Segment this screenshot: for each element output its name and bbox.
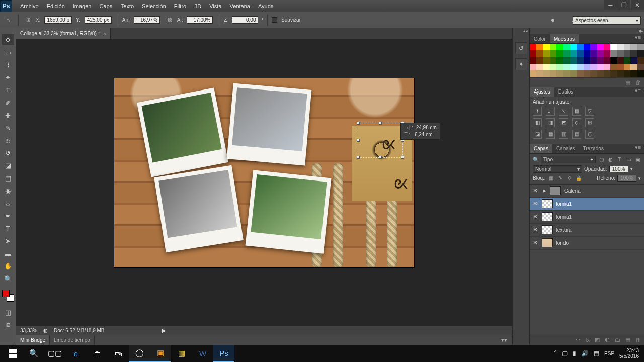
visibility-toggle[interactable]: 👁 [532, 227, 539, 233]
visibility-toggle[interactable]: 👁 [532, 240, 539, 246]
swatch[interactable] [597, 57, 604, 64]
menu-view[interactable]: Vista [205, 0, 225, 12]
swatch[interactable] [564, 70, 570, 77]
styles-tab[interactable]: Estilos [554, 87, 577, 97]
swatch[interactable] [617, 64, 624, 70]
swatch[interactable] [637, 44, 644, 50]
swatch[interactable] [637, 64, 644, 70]
filter-shape-icon[interactable]: ▭ [625, 156, 632, 163]
close-document-icon[interactable]: × [103, 31, 106, 37]
language-indicator[interactable]: ESP [604, 351, 614, 356]
selective-color-icon[interactable]: ▢ [585, 130, 594, 139]
menu-file[interactable]: Archivo [16, 0, 43, 12]
lock-all-icon[interactable]: 🔒 [575, 175, 582, 182]
restore-button[interactable]: ❐ [617, 0, 630, 10]
swatch[interactable] [617, 50, 624, 57]
swatch[interactable] [630, 50, 637, 57]
invert-adjust-icon[interactable]: ◪ [533, 130, 542, 139]
search-button[interactable]: 🔍 [23, 345, 44, 362]
swatch[interactable] [584, 70, 590, 77]
group-twirl-icon[interactable]: ▶ [542, 188, 547, 193]
link-wh-icon[interactable]: ⛓ [164, 15, 175, 26]
screen-mode-icon[interactable]: ⧈ [2, 319, 14, 330]
photo-filter-icon[interactable]: ◩ [559, 118, 568, 127]
swatch[interactable] [624, 70, 630, 77]
swatch[interactable] [577, 44, 583, 50]
foreground-color-swatch[interactable] [2, 290, 10, 297]
channel-mixer-icon[interactable]: ◇ [572, 118, 581, 127]
menu-window[interactable]: Ventana [226, 0, 254, 12]
layers-tab[interactable]: Capas [530, 144, 552, 153]
brush-tool[interactable]: ✎ [2, 122, 14, 133]
start-button[interactable] [2, 345, 23, 362]
menu-help[interactable]: Ayuda [254, 0, 278, 12]
eraser-tool[interactable]: ◪ [2, 160, 14, 171]
swatch[interactable] [590, 50, 597, 57]
lock-position-icon[interactable]: ✥ [566, 175, 573, 182]
document-tab[interactable]: Collage al 33,3% (forma1, RGB/8) * × [16, 28, 111, 39]
exposure-adjust-icon[interactable]: ▨ [572, 107, 581, 116]
swatch[interactable] [530, 64, 536, 70]
zoom-level[interactable]: 33,33% [20, 328, 37, 333]
swatch[interactable] [630, 64, 637, 70]
swatch[interactable] [577, 57, 583, 64]
y-field[interactable]: 425,00 px [85, 16, 112, 24]
swatch[interactable] [556, 50, 563, 57]
sticky-notes-taskbar-icon[interactable]: ▥ [171, 345, 192, 362]
dodge-tool[interactable]: ☼ [2, 198, 14, 209]
swatch[interactable] [536, 50, 543, 57]
crop-tool[interactable]: ⌗ [2, 84, 14, 96]
minimize-button[interactable]: ─ [604, 0, 617, 10]
swatch[interactable] [590, 57, 597, 64]
swatch[interactable] [536, 44, 543, 50]
status-menu-icon[interactable]: ◐ [43, 328, 48, 333]
task-view-button[interactable]: ▢▢ [44, 345, 65, 362]
menu-image[interactable]: Imagen [69, 0, 96, 12]
chrome-taskbar-icon[interactable]: ◯ [129, 345, 150, 362]
swatch[interactable] [610, 50, 617, 57]
swatch[interactable] [536, 70, 543, 77]
volume-icon[interactable]: 🔊 [581, 350, 589, 357]
fill-field[interactable]: 100% [617, 175, 636, 182]
swatch[interactable] [564, 50, 570, 57]
history-panel-icon[interactable]: ↺ [515, 42, 527, 54]
swatch[interactable] [550, 44, 556, 50]
blend-mode-select[interactable]: Normal▾ [533, 165, 582, 173]
vibrance-adjust-icon[interactable]: ▽ [585, 107, 594, 116]
path-selection-tool[interactable]: ➤ [2, 235, 14, 246]
swatch[interactable] [610, 64, 617, 70]
swatch[interactable] [543, 57, 550, 64]
lock-transparency-icon[interactable]: ▦ [548, 175, 555, 182]
swatch[interactable] [584, 64, 590, 70]
swatch[interactable] [530, 50, 536, 57]
swatch[interactable] [597, 70, 604, 77]
panel-menu-icon[interactable]: ▾≡ [632, 34, 644, 43]
gradient-tool[interactable]: ▤ [2, 172, 14, 184]
menu-text[interactable]: Texto [117, 0, 138, 12]
timeline-tab[interactable]: Línea de tiempo [50, 335, 95, 345]
new-swatch-icon[interactable]: ▤ [625, 79, 630, 86]
layer-row[interactable]: 👁▶Galería [530, 185, 644, 198]
channels-tab[interactable]: Canales [552, 144, 579, 153]
layer-row[interactable]: 👁fondo [530, 237, 644, 250]
swatch[interactable] [556, 70, 563, 77]
warp-mode-icon[interactable]: ☻ [547, 15, 558, 26]
swatch[interactable] [564, 44, 570, 50]
menu-layer[interactable]: Capa [95, 0, 116, 12]
color-swatches[interactable] [2, 290, 14, 302]
swatch[interactable] [604, 44, 610, 50]
collapse-bottom-panel-icon[interactable]: ▾▾ [496, 335, 512, 345]
doc-size-info[interactable]: Doc: 6,52 MB/18,9 MB [54, 328, 105, 333]
swatch[interactable] [530, 57, 536, 64]
word-taskbar-icon[interactable]: W [192, 345, 213, 362]
paths-tab[interactable]: Trazados [579, 144, 608, 153]
antialias-checkbox[interactable] [272, 17, 277, 23]
swatch[interactable] [536, 64, 543, 70]
angle-field[interactable]: 0,00 [232, 16, 258, 24]
link-layers-icon[interactable]: ⇔ [576, 336, 580, 343]
delete-swatch-icon[interactable]: 🗑 [635, 79, 641, 85]
clone-stamp-tool[interactable]: ⎌ [2, 135, 14, 146]
swatch[interactable] [597, 50, 604, 57]
posterize-icon[interactable]: ▦ [546, 130, 555, 139]
swatch[interactable] [564, 64, 570, 70]
